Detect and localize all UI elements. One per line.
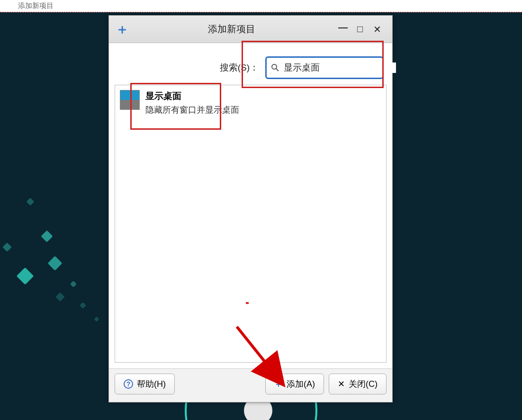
results-list[interactable]: 显示桌面 隐藏所有窗口并显示桌面 — [115, 85, 387, 363]
close-button[interactable]: ✕ 关闭(C) — [329, 374, 387, 394]
desktop-decoration — [41, 230, 53, 242]
add-button[interactable]: ＋ 添加(A) — [265, 374, 324, 394]
help-button-label: 帮助(H) — [137, 378, 166, 390]
parent-toolbar-label: 添加新项目 — [18, 1, 54, 10]
search-label: 搜索(S)： — [220, 62, 259, 74]
dialog-title: 添加新项目 — [129, 23, 334, 36]
maximize-button[interactable]: □ — [351, 24, 369, 35]
svg-point-0 — [272, 64, 277, 69]
dialog-footer: ? 帮助(H) ＋ 添加(A) ✕ 关闭(C) — [109, 368, 392, 402]
desktop-decoration — [47, 256, 62, 270]
plus-icon: ＋ — [274, 378, 283, 390]
list-item-title: 显示桌面 — [145, 90, 239, 102]
list-item-show-desktop[interactable]: 显示桌面 隐藏所有窗口并显示桌面 — [115, 85, 386, 120]
desktop-decoration — [94, 316, 99, 322]
annotation-dot — [246, 302, 249, 304]
show-desktop-icon — [120, 90, 140, 110]
desktop-decoration — [27, 198, 35, 206]
parent-toolbar: 添加新项目 — [0, 0, 522, 12]
minimize-button[interactable]: — — [334, 22, 351, 33]
desktop-decoration — [2, 242, 12, 252]
desktop-decoration — [70, 281, 77, 287]
titlebar[interactable]: ＋ 添加新项目 — □ ✕ — [109, 16, 392, 43]
add-button-label: 添加(A) — [287, 378, 315, 390]
desktop-decoration — [17, 268, 34, 285]
svg-line-1 — [276, 69, 279, 71]
plus-icon: ＋ — [116, 23, 129, 36]
list-item-desc: 隐藏所有窗口并显示桌面 — [145, 104, 239, 116]
search-box[interactable] — [265, 56, 384, 79]
help-button[interactable]: ? 帮助(H) — [115, 374, 175, 394]
desktop-decoration — [55, 292, 65, 302]
search-row: 搜索(S)： — [109, 43, 392, 85]
search-input[interactable] — [284, 63, 396, 73]
help-icon: ? — [124, 379, 133, 389]
close-window-button[interactable]: ✕ — [369, 24, 386, 35]
close-button-label: 关闭(C) — [349, 378, 378, 390]
close-icon: ✕ — [338, 379, 345, 389]
desktop-decoration — [80, 302, 86, 309]
search-icon — [270, 63, 280, 72]
add-item-dialog: ＋ 添加新项目 — □ ✕ 搜索(S)： 显示桌面 隐藏所有窗口并显示桌面 ? — [108, 15, 393, 402]
